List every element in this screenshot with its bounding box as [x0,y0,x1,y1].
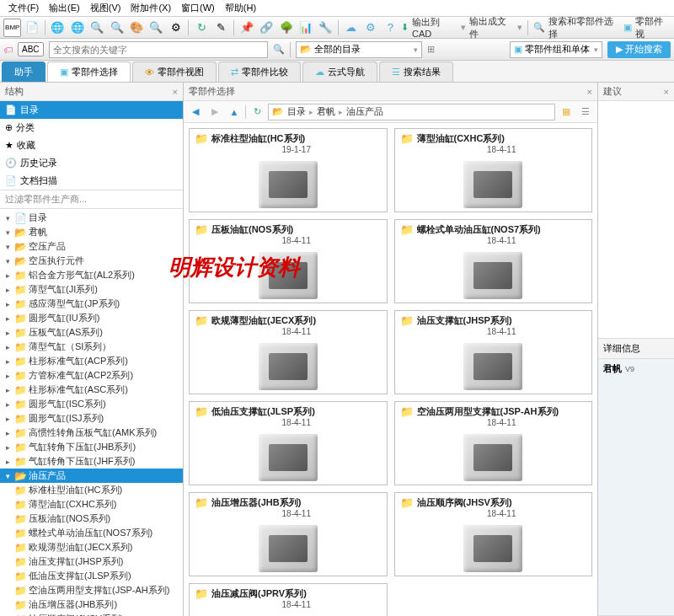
part-card[interactable]: 📁标准柱型油缸(HC系列)19-1-17 [189,128,388,212]
nav-back-icon[interactable]: ◀ [187,104,204,121]
tree-icon[interactable]: 🌳 [277,19,295,37]
tree-node[interactable]: ▾📂空压产品 [0,239,183,254]
tab-parts-view[interactable]: 👁零部件视图 [132,62,217,82]
category-row[interactable]: ★收藏 [0,137,183,154]
tree-node[interactable]: ▸📁气缸转角下压缸(JHF系列) [0,454,183,469]
globe-green-icon[interactable]: 🌐 [49,19,67,37]
tree-node[interactable]: ▾📄目录 [0,211,183,225]
export-cad-button[interactable]: 输出到CAD [412,16,457,39]
twisty-icon[interactable]: ▸ [3,357,12,366]
tree-node[interactable]: ▸📁薄型气缸(JI系列) [0,282,183,297]
tree-node[interactable]: 📁薄型油缸(CXHC系列) [0,497,183,512]
twisty-icon[interactable]: ▸ [3,314,12,323]
folder-search-icon[interactable]: 🔍 [108,19,126,37]
doc-icon[interactable]: 📄 [23,19,40,37]
tree-node[interactable]: ▸📁气缸转角下压缸(JHB系列) [0,440,183,454]
part-card[interactable]: 📁压板油缸(NOS系列)18-4-11 [189,219,388,303]
nav-up-icon[interactable]: ▲ [226,104,243,121]
edit-icon[interactable]: ✎ [212,19,230,37]
twisty-icon[interactable]: ▸ [3,443,12,452]
tree-node[interactable]: 📁低油压支撑缸(JLSP系列) [0,569,183,583]
nav-fwd-icon[interactable]: ▶ [206,104,223,121]
refresh-icon[interactable]: ↻ [192,19,210,37]
tree-node[interactable]: 📁压板油缸(NOS系列) [0,512,183,526]
twisty-icon[interactable]: ▸ [3,429,12,437]
list-view-icon[interactable]: ☰ [577,104,594,121]
grid-view-icon[interactable]: ▦ [558,104,575,121]
globe-blue-icon[interactable]: 🌐 [68,19,86,37]
chart-icon[interactable]: 📊 [297,19,314,37]
category-row[interactable]: 🕘历史记录 [0,154,183,172]
twisty-icon[interactable]: ▸ [3,329,12,337]
part-card[interactable]: 📁油压减压阀(JPRV系列)18-4-11 [189,583,388,616]
refresh-icon[interactable]: ↻ [249,104,265,121]
category-row[interactable]: 📄目录 [0,101,183,119]
twisty-icon[interactable]: ▾ [3,243,12,251]
gear-icon[interactable]: ⚙ [167,19,185,37]
category-row[interactable]: 📄文档扫描 [0,172,183,190]
tree-node[interactable]: 📁油压顺序阀(JHSV系列) [0,612,183,616]
search-icon[interactable]: 🔍 [88,19,106,37]
part-card[interactable]: 📁油压支撑缸(JHSP系列)18-4-11 [394,310,593,394]
help-icon[interactable]: ? [382,19,399,37]
search-input[interactable] [49,41,268,58]
twisty-icon[interactable]: ▾ [3,257,12,265]
part-card[interactable]: 📁油压顺序阀(JHSV系列)18-4-11 [394,492,593,576]
twisty-icon[interactable]: ▾ [3,228,12,237]
menu-addon[interactable]: 附加件(X) [126,2,176,14]
close-icon[interactable]: × [587,87,592,97]
part-card[interactable]: 📁螺栓式单动油压缸(NOS7系列)18-4-11 [394,219,593,303]
link-icon[interactable]: 🔗 [257,19,275,37]
tree-node[interactable]: ▸📁圆形气缸(IU系列) [0,311,183,325]
tree-node[interactable]: ▸📁压板气缸(AS系列) [0,325,183,340]
tree-node[interactable]: 📁欧规薄型油缸(JECX系列) [0,540,183,554]
tab-cloud-nav[interactable]: ☁云式导航 [302,62,377,82]
tree-node[interactable]: ▸📁高惯性转角压板气缸(AMK系列) [0,426,183,440]
tree-node[interactable]: ▸📁薄型气缸（SI系列） [0,340,183,354]
tree-node[interactable]: ▾📂空压执行元件 [0,254,183,268]
close-icon[interactable]: × [173,87,178,97]
pin-icon[interactable]: 📌 [238,19,255,37]
cloud-icon[interactable]: ☁ [342,19,360,37]
expand-icon[interactable]: ⊞ [427,44,435,55]
tree-node[interactable]: ▸📁柱形标准气缸(ASC系列) [0,383,183,397]
crumb-root[interactable]: 目录 [287,105,306,118]
twisty-icon[interactable]: ▸ [3,415,12,423]
tree-node[interactable]: ▸📁圆形气缸(ISC系列) [0,397,183,411]
part-card[interactable]: 📁薄型油缸(CXHC系列)18-4-11 [394,128,593,212]
part-card[interactable]: 📁欧规薄型油缸(JECX系列)18-4-11 [189,310,388,394]
tools-icon[interactable]: 🔧 [317,19,334,37]
tree-node[interactable]: 📁螺栓式单动油压缸(NOS7系列) [0,526,183,540]
tab-assist[interactable]: 助手 [2,62,45,82]
export-file-button[interactable]: 输出成文件 [469,15,514,40]
menu-file[interactable]: 文件(F) [3,2,44,14]
twisty-icon[interactable]: ▸ [3,458,12,466]
menu-window[interactable]: 窗口(W) [176,2,220,14]
tag-icon[interactable]: 🏷 [3,45,13,55]
tab-results[interactable]: ☰搜索结果 [379,62,453,82]
crumb-company[interactable]: 君帆 [317,105,335,118]
start-search-button[interactable]: ▶开始搜索 [607,41,671,58]
category-row[interactable]: ⊕分类 [0,119,183,137]
directory-selector[interactable]: 📂 全部的目录 ▾ [296,41,422,58]
part-card[interactable]: 📁空油压两用型支撑缸(JSP-AH系列)18-4-11 [394,401,593,485]
tree-node[interactable]: ▸📁铝合金方形气缸(AL2系列) [0,268,183,282]
tree-node[interactable]: 📁空油压两用型支撑缸(JSP-AH系列) [0,583,183,597]
tree-node[interactable]: ▸📁圆形气缸(ISJ系列) [0,411,183,426]
tree-node[interactable]: ▾📂油压产品 [0,469,183,483]
twisty-icon[interactable]: ▸ [3,386,12,394]
tree-node[interactable]: ▸📁方管标准气缸(ACP2系列) [0,368,183,383]
twisty-icon[interactable]: ▸ [3,300,12,308]
menu-output[interactable]: 输出(E) [44,2,85,14]
bmp-icon[interactable]: BMP [3,19,21,37]
tree-node[interactable]: ▸📁柱形标准气缸(ACP系列) [0,354,183,368]
crumb-category[interactable]: 油压产品 [346,105,383,118]
twisty-icon[interactable]: ▸ [3,286,12,294]
color-search-icon[interactable]: 🎨 [127,19,145,37]
tree-node[interactable]: ▾📂君帆 [0,225,183,239]
part-card[interactable]: 📁低油压支撑缸(JLSP系列)18-4-11 [189,401,388,485]
close-icon[interactable]: × [664,87,669,97]
tab-compare[interactable]: ⇄零部件比较 [218,62,301,82]
manufacturer-filter-input[interactable]: 过滤零部件生产商... [0,190,183,209]
tab-parts-select[interactable]: ▣零部件选择 [47,62,131,82]
